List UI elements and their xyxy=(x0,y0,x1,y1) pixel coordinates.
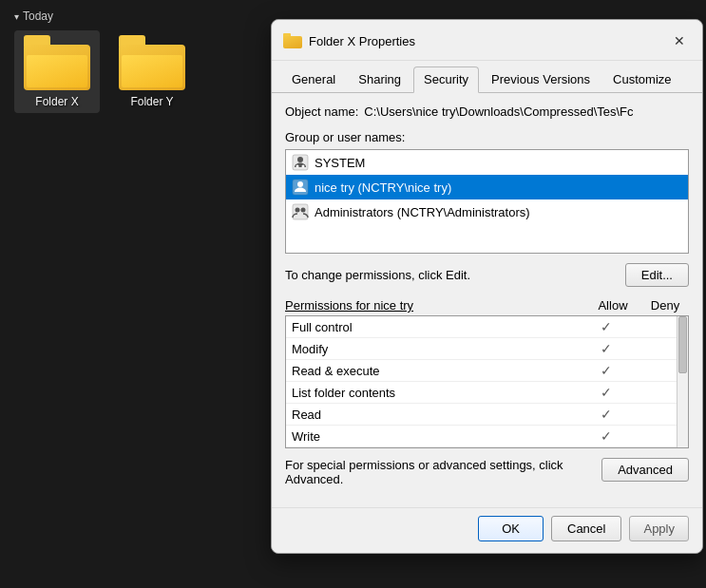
svg-point-5 xyxy=(297,181,303,187)
perm-name-readexecute: Read & execute xyxy=(292,364,578,378)
perm-allow-modify: ✓ xyxy=(578,341,635,356)
perm-name-modify: Modify xyxy=(292,342,578,356)
scrollbar-thumb xyxy=(678,316,687,373)
edit-button[interactable]: Edit... xyxy=(625,263,689,287)
folder-label-y: Folder Y xyxy=(130,95,173,108)
folder-label-x: Folder X xyxy=(35,95,78,108)
tab-general[interactable]: General xyxy=(281,66,346,92)
permissions-table: Full control ✓ Modify ✓ Read & execute ✓… xyxy=(285,315,689,448)
edit-instructions: To change permissions, click Edit. xyxy=(285,268,470,282)
folder-icon-x xyxy=(24,35,90,90)
dialog-folder-icon xyxy=(283,33,302,48)
advanced-row: For special permissions or advanced sett… xyxy=(285,458,689,486)
perm-name-fullcontrol: Full control xyxy=(292,320,578,334)
dialog-content: Object name: C:\Users\nice try\Downloads… xyxy=(272,93,702,507)
perm-row-modify: Modify ✓ xyxy=(286,338,688,360)
user-icon-nicetry xyxy=(292,179,309,196)
edit-row: To change permissions, click Edit. Edit.… xyxy=(285,263,689,287)
svg-point-3 xyxy=(302,165,305,168)
folder-item-x[interactable]: Folder X xyxy=(14,30,100,113)
ok-button[interactable]: OK xyxy=(478,516,544,541)
desktop: Today Folder X Folder Y xyxy=(0,0,706,588)
perm-allow-read: ✓ xyxy=(578,407,635,422)
svg-point-2 xyxy=(296,165,299,168)
perm-row-fullcontrol: Full control ✓ xyxy=(286,316,688,338)
perm-allow-readexecute: ✓ xyxy=(578,363,635,378)
perm-name-read: Read xyxy=(292,408,578,422)
advanced-text: For special permissions or advanced sett… xyxy=(285,458,589,486)
dialog-titlebar: Folder X Properties ✕ xyxy=(272,20,702,61)
user-name-nicetry: nice try (NCTRY\nice try) xyxy=(315,180,451,195)
svg-point-1 xyxy=(297,157,303,162)
tab-sharing[interactable]: Sharing xyxy=(348,66,411,92)
user-item-system[interactable]: SYSTEM xyxy=(286,150,688,175)
user-icon-admins xyxy=(292,203,309,220)
dialog-tabs: General Sharing Security Previous Versio… xyxy=(272,61,702,93)
allow-header: Allow xyxy=(584,298,641,313)
tab-customize[interactable]: Customize xyxy=(602,66,681,92)
object-path: C:\Users\nice try\Downloads\Compressed\T… xyxy=(364,104,633,119)
perm-allow-write: ✓ xyxy=(578,428,635,444)
advanced-button[interactable]: Advanced xyxy=(601,458,689,482)
dialog-buttons: OK Cancel Apply xyxy=(272,507,702,553)
perm-row-read: Read ✓ xyxy=(286,404,688,426)
object-name-row: Object name: C:\Users\nice try\Downloads… xyxy=(285,104,689,119)
object-name-label: Object name: xyxy=(285,104,358,119)
permissions-header: Permissions for nice try Allow Deny xyxy=(285,298,689,313)
user-item-admins[interactable]: Administrators (NCTRY\Administrators) xyxy=(286,199,688,224)
svg-point-7 xyxy=(296,208,300,213)
folder-item-y[interactable]: Folder Y xyxy=(109,30,195,113)
permissions-scrollbar[interactable] xyxy=(677,316,688,447)
users-list: SYSTEM nice try (NCTRY\nice try) xyxy=(285,149,689,254)
deny-header: Deny xyxy=(641,298,689,313)
tab-previous-versions[interactable]: Previous Versions xyxy=(481,66,601,92)
tab-security[interactable]: Security xyxy=(413,66,479,93)
perm-allow-listfolder: ✓ xyxy=(578,385,635,400)
perm-name-listfolder: List folder contents xyxy=(292,386,578,400)
group-label: Group or user names: xyxy=(285,130,689,144)
perm-allow-fullcontrol: ✓ xyxy=(578,319,635,334)
apply-button[interactable]: Apply xyxy=(629,516,689,541)
permissions-label: Permissions for nice try xyxy=(285,298,584,313)
properties-dialog: Folder X Properties ✕ General Sharing Se… xyxy=(271,19,703,554)
user-item-nicetry[interactable]: nice try (NCTRY\nice try) xyxy=(286,175,688,199)
dialog-title: Folder X Properties xyxy=(283,33,415,48)
today-section: Today Folder X Folder Y xyxy=(0,0,209,123)
perm-row-listfolder: List folder contents ✓ xyxy=(286,382,688,404)
svg-rect-6 xyxy=(293,204,308,219)
close-button[interactable]: ✕ xyxy=(668,29,691,52)
folder-icon-y xyxy=(119,35,185,90)
today-label: Today xyxy=(14,9,195,23)
svg-point-8 xyxy=(301,208,306,213)
user-name-system: SYSTEM xyxy=(315,156,365,170)
perm-row-write: Write ✓ xyxy=(286,426,688,447)
user-name-admins: Administrators (NCTRY\Administrators) xyxy=(315,205,530,219)
cancel-button[interactable]: Cancel xyxy=(551,516,621,541)
folder-items: Folder X Folder Y xyxy=(14,30,195,113)
user-icon-system xyxy=(292,154,309,171)
perm-row-readexecute: Read & execute ✓ xyxy=(286,360,688,382)
perm-name-write: Write xyxy=(292,429,578,444)
dialog-title-text: Folder X Properties xyxy=(309,34,415,48)
